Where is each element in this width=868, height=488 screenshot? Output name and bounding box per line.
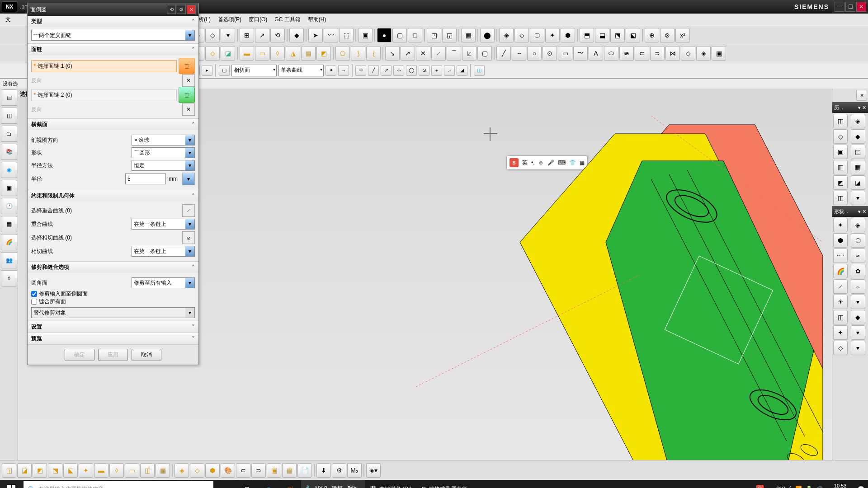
tool-icon[interactable]: ⬓ [595,28,609,42]
btool-icon[interactable]: ✦ [79,463,93,478]
reverse-1-button[interactable]: ✕ [182,74,195,87]
tool-icon[interactable]: ⬢ [561,28,575,42]
tray-app-icon[interactable]: S [756,485,764,488]
tool-icon[interactable]: ▦ [461,28,476,42]
rtool-icon[interactable]: ▦ [851,160,865,174]
taskbar-app-recorder[interactable]: 🖥 嗨格式录屏大师 [416,480,472,488]
section-chain[interactable]: 面链˄ [28,44,198,55]
btool-icon[interactable]: ◩ [33,463,47,478]
rtool-icon[interactable]: ◈ [851,218,865,232]
btool-icon[interactable]: ◈▾ [366,463,381,478]
wifi-icon[interactable]: 📶 [795,486,802,488]
tray-chevron-icon[interactable]: ˄ [789,486,792,488]
rtool-icon[interactable]: ✿ [851,264,865,278]
battery-icon[interactable]: 🔋 [806,486,812,488]
tool-icon[interactable]: ➤ [308,28,323,42]
snap-icon[interactable]: + [431,65,442,76]
snap-icon[interactable]: ↗ [381,65,392,76]
btool-icon[interactable]: ⊂ [236,463,250,478]
rtool-icon[interactable]: ▥ [833,160,848,174]
tool-icon[interactable]: ◳ [427,28,441,42]
btool-icon[interactable]: 📄 [297,463,312,478]
btool-icon[interactable]: ⊃ [251,463,266,478]
btool-icon[interactable]: ⬇ [316,463,331,478]
mi-icon[interactable]: mi [279,480,301,488]
panel-header-shape[interactable]: 形状...▾ ✕ [832,206,868,217]
btool-icon[interactable]: ▣ [267,463,281,478]
close-button[interactable]: ✕ [856,2,866,12]
tool-icon[interactable]: ⊂ [635,46,649,61]
snap-icon[interactable]: ⊙ [419,65,429,76]
tool-icon[interactable]: 〰 [324,28,338,42]
rtool-icon[interactable]: ◫ [833,114,848,128]
btool-icon[interactable]: ▤ [282,463,297,478]
section-preview[interactable]: 预览˅ [28,333,198,344]
rtool-icon[interactable]: ✦ [833,325,848,340]
btool-icon[interactable]: ▭ [125,463,139,478]
btool-icon[interactable]: ◊ [109,463,124,478]
tool-icon[interactable]: ◆ [289,28,304,42]
tool-icon[interactable]: ◪ [221,46,235,61]
tool-icon[interactable]: ▢ [392,28,407,42]
tool-icon[interactable]: ⬭ [604,46,618,61]
rtool-icon[interactable]: ◫ [833,191,848,205]
tool-icon[interactable]: ⬔ [610,28,625,42]
maximize-button[interactable]: ☐ [845,2,855,12]
rtool-icon[interactable]: ◆ [851,129,865,144]
coinc-line-icon[interactable]: ⟋ [182,204,195,217]
btool-icon[interactable]: 🎨 [221,463,235,478]
tool-icon[interactable]: ⟲ [270,28,285,42]
cancel-button[interactable]: 取消 [132,349,161,361]
btool-icon[interactable]: ◫ [2,463,16,478]
tang-curve-select[interactable]: 在第一条链上▾ [132,246,195,257]
rtool-icon[interactable]: ▾ [851,295,865,309]
rtool-icon[interactable]: ◇ [833,341,848,355]
tool-icon[interactable]: ⌢ [512,46,526,61]
menu-help[interactable]: 帮助(H) [304,15,330,24]
btool-icon[interactable]: M₂ [347,463,362,478]
menu-prefs[interactable]: 首选项(P) [214,15,245,24]
taskbar-search[interactable]: 🔍 在这里输入你要搜索的内容 [24,481,213,488]
tool-icon[interactable]: ⬡ [530,28,544,42]
coinc-line-label[interactable]: 选择重合曲线 (0) [31,207,72,215]
rtool-icon[interactable]: ⟋ [833,279,848,294]
sel-tool-icon[interactable]: ▸ [202,65,212,76]
tool-icon[interactable]: ⊃ [650,46,665,61]
tool-icon[interactable]: ⊙ [542,46,557,61]
tool-icon[interactable]: ⊕ [645,28,659,42]
btool-icon[interactable]: ⬕ [63,463,78,478]
btool-icon[interactable]: ◪ [17,463,32,478]
shape-select[interactable]: ⌒ 圆形▾ [132,147,195,158]
tool-icon[interactable]: ▭ [255,46,269,61]
tool-icon[interactable]: ⊞ [240,28,254,42]
menu-file[interactable]: 文 [2,15,14,24]
type-select[interactable]: 〰 两个定义面链▾ [31,30,195,41]
tool-icon[interactable]: ▢ [477,46,492,61]
taskbar-clock[interactable]: 10:53 2022/2/13 [826,483,854,488]
rtool-icon[interactable]: ◇ [833,129,848,144]
rtool-icon[interactable]: ◩ [833,175,848,190]
tool-icon[interactable]: ⟅ [366,46,381,61]
volume-icon[interactable]: 🔊 [816,486,823,488]
tool-icon[interactable]: ○ [527,46,542,61]
rail-icon[interactable]: ▦ [1,216,17,232]
tool-icon[interactable]: ✕ [416,46,430,61]
rtool-icon[interactable]: ▤ [851,145,865,159]
viewdir-select[interactable]: ⚬ 滚球▾ [132,135,195,145]
rtool-icon[interactable]: ▾ [851,341,865,355]
tool-icon[interactable]: ▣ [712,46,726,61]
rail-icon[interactable]: 📚 [1,144,17,160]
tool-icon[interactable]: □ [408,28,422,42]
rtool-icon[interactable]: ⌢ [851,279,865,294]
alt-trim-select[interactable]: 替代修剪对象▾ [31,307,195,318]
snap-icon[interactable]: ⟋ [444,65,455,76]
tool-icon[interactable]: ✦ [545,28,560,42]
rtool-icon[interactable]: 〰 [833,249,848,263]
taskview-icon[interactable]: ⊟ [236,480,258,488]
sel-tool-icon[interactable]: ✦ [326,65,336,76]
section-settings[interactable]: 设置˅ [28,321,198,333]
rtool-icon[interactable]: ◆ [851,310,865,324]
reverse-2-button[interactable]: ✕ [182,103,195,116]
taskbar-app-nx[interactable]: 🔧 NX 8 - 建模 - [bjh... [301,480,365,488]
btool-icon[interactable]: ◈ [175,463,189,478]
